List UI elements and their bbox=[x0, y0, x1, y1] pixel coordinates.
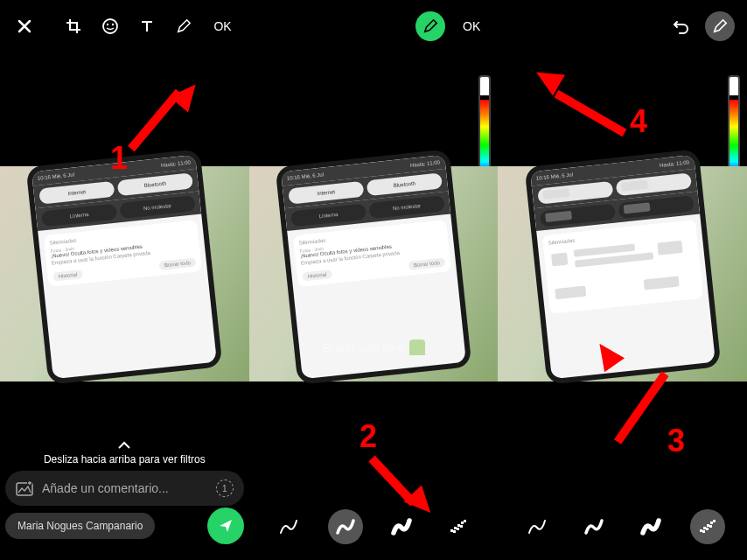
swipe-hint[interactable]: Desliza hacia arriba para ver filtros bbox=[0, 441, 249, 466]
brush-row bbox=[249, 509, 499, 544]
photo-preview: 10:16 Mié, 6 JulHasta: 11:00 Internet Bl… bbox=[0, 166, 249, 382]
send-button[interactable] bbox=[207, 508, 244, 544]
card-btn-borrar: Borrar todo bbox=[159, 257, 197, 270]
photo-preview: 10:16 Mié, 6 JulHasta: 11:00 Silenciadas bbox=[498, 166, 747, 382]
brush-medium[interactable] bbox=[328, 509, 363, 544]
brush-pixelate[interactable] bbox=[441, 509, 476, 544]
svg-rect-10 bbox=[461, 522, 464, 524]
ok-button[interactable]: OK bbox=[457, 16, 485, 37]
svg-rect-9 bbox=[457, 528, 459, 530]
svg-rect-14 bbox=[703, 527, 706, 529]
svg-rect-16 bbox=[707, 524, 709, 527]
brush-thin[interactable] bbox=[520, 509, 555, 544]
photo-add-icon[interactable] bbox=[16, 480, 33, 496]
svg-point-0 bbox=[103, 19, 117, 33]
toolbar: OK bbox=[249, 0, 499, 52]
view-once-icon[interactable]: 1 bbox=[216, 480, 234, 497]
arrow-head-1 bbox=[170, 77, 206, 113]
svg-rect-8 bbox=[457, 524, 460, 527]
brush-thick[interactable] bbox=[384, 509, 419, 544]
pill-nomolestar: No molestar bbox=[120, 195, 196, 219]
svg-rect-11 bbox=[460, 525, 463, 528]
brush-thick[interactable] bbox=[633, 509, 668, 544]
status-time: 10:16 Mié, 6 Jul bbox=[38, 172, 75, 180]
card-btn-historial: Historial bbox=[53, 270, 84, 281]
svg-rect-15 bbox=[702, 530, 705, 533]
svg-point-2 bbox=[112, 24, 114, 25]
phone-mockup: 10:16 Mié, 6 JulHasta: 11:00 Internet Bl… bbox=[26, 149, 223, 385]
svg-rect-19 bbox=[709, 525, 712, 528]
panel-2: OK 10:16 Mié, 6 JulHasta: 11:00 Internet… bbox=[249, 0, 499, 560]
svg-rect-7 bbox=[453, 530, 456, 533]
chevron-up-icon bbox=[0, 441, 249, 450]
svg-rect-13 bbox=[700, 529, 702, 532]
comment-input[interactable]: Añade un comentario... bbox=[42, 481, 207, 495]
pen-icon-active[interactable] bbox=[415, 11, 445, 41]
brush-thin[interactable] bbox=[271, 509, 306, 544]
brush-row bbox=[498, 509, 747, 544]
svg-point-1 bbox=[107, 24, 108, 25]
comment-bar[interactable]: Añade un comentario... 1 bbox=[5, 471, 244, 506]
annotation-arrow-4 bbox=[555, 90, 627, 137]
toolbar: OK bbox=[0, 0, 249, 52]
swipe-hint-text: Desliza hacia arriba para ver filtros bbox=[44, 453, 206, 466]
svg-rect-18 bbox=[710, 522, 713, 524]
svg-rect-12 bbox=[464, 520, 466, 522]
annotation-label-4: 4 bbox=[630, 103, 647, 140]
svg-rect-17 bbox=[706, 528, 709, 530]
recipient-chip[interactable]: Maria Nogues Campanario bbox=[5, 513, 155, 539]
brush-pixelate[interactable] bbox=[690, 509, 725, 544]
annotation-label-3: 3 bbox=[667, 423, 685, 459]
pen-icon[interactable] bbox=[705, 11, 735, 41]
emoji-icon[interactable] bbox=[98, 14, 122, 38]
pen-icon[interactable] bbox=[171, 14, 196, 38]
svg-rect-5 bbox=[450, 529, 453, 532]
ok-button[interactable]: OK bbox=[208, 16, 236, 37]
text-icon[interactable] bbox=[135, 14, 159, 38]
status-right: Hasta: 11:00 bbox=[161, 159, 191, 168]
photo-preview: 10:16 Mié, 6 JulHasta: 11:00 Internet Bl… bbox=[249, 166, 499, 382]
svg-rect-20 bbox=[713, 520, 716, 522]
toolbar bbox=[498, 0, 747, 52]
watermark: El androide libre bbox=[322, 340, 425, 355]
android-icon bbox=[409, 340, 425, 355]
crop-icon[interactable] bbox=[61, 14, 86, 38]
panel-1: OK 10:16 Mié, 6 JulHasta: 11:00 Internet… bbox=[0, 0, 249, 560]
pill-linterna: Linterna bbox=[41, 204, 117, 228]
panel-3: 10:16 Mié, 6 JulHasta: 11:00 Silenciadas bbox=[498, 0, 747, 560]
phone-mockup: 10:16 Mié, 6 JulHasta: 11:00 Silenciadas bbox=[524, 149, 721, 385]
svg-rect-6 bbox=[454, 527, 457, 529]
close-icon[interactable] bbox=[12, 14, 37, 38]
undo-icon[interactable] bbox=[668, 14, 693, 38]
annotation-label-1: 1 bbox=[110, 140, 128, 177]
annotation-arrow-3 bbox=[614, 371, 669, 444]
brush-medium[interactable] bbox=[576, 509, 611, 544]
annotation-label-2: 2 bbox=[360, 418, 377, 455]
